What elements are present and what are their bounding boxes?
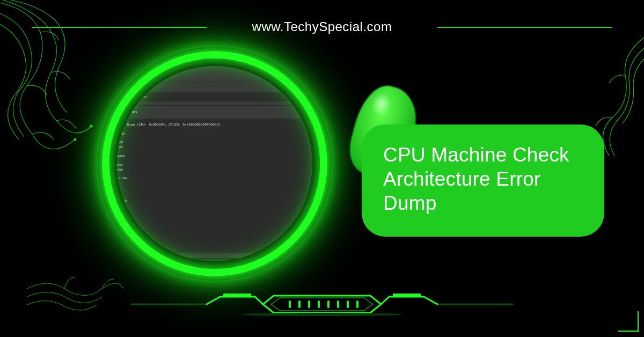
neon-ring — [102, 51, 327, 276]
header-divider-right — [437, 27, 612, 28]
bottom-hud-bar — [129, 292, 515, 317]
title-card-text: CPU Machine Check Architecture Error Dum… — [383, 144, 569, 214]
corner-accent-bottom-right — [618, 311, 639, 332]
svg-point-12 — [241, 313, 402, 316]
header-divider-left — [32, 27, 207, 28]
site-url: www.TechySpecial.com — [252, 19, 392, 34]
svg-rect-3 — [393, 294, 421, 296]
title-card: CPU Machine Check Architecture Error Dum… — [362, 124, 604, 237]
neon-ring-container: ⎘ Problem Report for macOS Your computer… — [102, 51, 327, 276]
svg-point-1 — [90, 125, 92, 127]
svg-rect-2 — [223, 294, 251, 296]
fractal-decoration-top-left — [0, 0, 102, 150]
svg-point-0 — [74, 138, 76, 141]
